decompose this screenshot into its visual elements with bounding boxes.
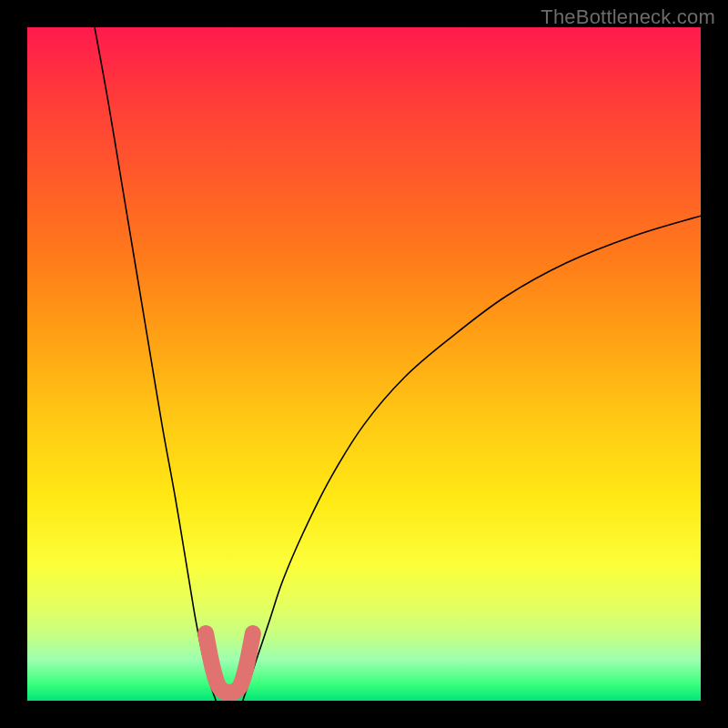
right-curve (243, 216, 701, 701)
watermark-text: TheBottleneck.com (541, 5, 715, 29)
left-curve (95, 27, 216, 701)
plot-area (27, 27, 701, 701)
highlight-stub (206, 633, 253, 693)
chart-frame: TheBottleneck.com (0, 0, 728, 728)
curves-svg (27, 27, 701, 701)
